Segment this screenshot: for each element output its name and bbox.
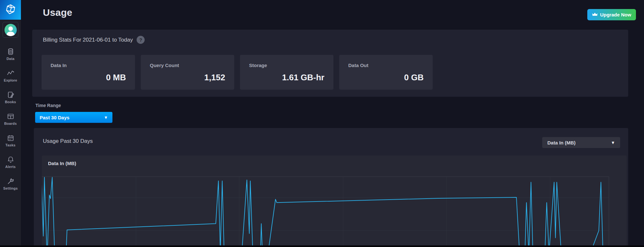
cube-logo-icon xyxy=(5,4,16,16)
wrench-icon xyxy=(7,178,14,185)
sidebar-item-label: Alerts xyxy=(5,165,15,169)
sidebar-item-label: Settings xyxy=(3,186,18,190)
stat-card-data-out: Data Out 0 GB xyxy=(339,55,433,90)
sidebar-item-data[interactable]: Data xyxy=(0,44,21,65)
chevron-down-icon: ▼ xyxy=(611,140,615,145)
billing-title-row: Billing Stats For 2021-06-01 to Today ? xyxy=(43,36,145,44)
stat-value: 0 GB xyxy=(404,73,424,83)
help-icon[interactable]: ? xyxy=(137,36,145,44)
database-icon xyxy=(7,48,14,55)
upgrade-now-label: Upgrade Now xyxy=(600,12,631,17)
calendar-icon xyxy=(7,134,14,142)
sidebar: Data Explore Books xyxy=(0,0,21,247)
stat-label: Data In xyxy=(51,63,67,68)
usage-panel: Usage Past 30 Days Data In (MB) ▼ Data I… xyxy=(34,128,628,247)
metric-dropdown-selected: Data In (MB) xyxy=(547,140,576,145)
sidebar-item-tasks[interactable]: Tasks xyxy=(0,130,21,152)
avatar[interactable] xyxy=(3,22,18,38)
sidebar-item-label: Boards xyxy=(4,122,17,125)
sidebar-nav: Data Explore Books xyxy=(0,44,21,195)
influxdb-logo[interactable] xyxy=(0,0,21,20)
sidebar-item-label: Books xyxy=(5,100,16,104)
sidebar-item-alerts[interactable]: Alerts xyxy=(0,152,21,173)
stat-label: Query Count xyxy=(150,63,179,68)
billing-cards-row: Data In 0 MB Query Count 1,152 Storage 1… xyxy=(42,55,433,90)
metric-dropdown[interactable]: Data In (MB) ▼ xyxy=(542,137,620,148)
sidebar-item-books[interactable]: Books xyxy=(0,87,21,108)
sidebar-item-label: Explore xyxy=(4,78,17,82)
crown-icon xyxy=(592,12,598,17)
chart-card: Data In (MB) 12 xyxy=(42,155,627,247)
sidebar-item-boards[interactable]: Boards xyxy=(0,108,21,130)
upgrade-now-button[interactable]: Upgrade Now xyxy=(587,9,636,20)
sidebar-item-settings[interactable]: Settings xyxy=(0,173,21,195)
stat-card-storage: Storage 1.61 GB-hr xyxy=(240,55,333,90)
time-range-label: Time Range xyxy=(35,103,61,108)
stat-value: 1,152 xyxy=(204,73,225,83)
stat-value: 0 MB xyxy=(106,73,126,83)
user-avatar-icon xyxy=(5,24,17,36)
sidebar-item-label: Data xyxy=(6,57,14,61)
stat-card-query-count: Query Count 1,152 xyxy=(141,55,234,90)
sidebar-item-label: Tasks xyxy=(5,143,15,147)
usage-panel-title: Usage Past 30 Days xyxy=(43,138,93,144)
notebook-pencil-icon xyxy=(7,91,14,98)
stat-label: Data Out xyxy=(348,63,369,68)
stat-value: 1.61 GB-hr xyxy=(282,73,325,83)
stat-label: Storage xyxy=(249,63,267,68)
time-range-dropdown[interactable]: Past 30 Days ▼ xyxy=(35,112,112,123)
usage-line-chart[interactable]: 12 xyxy=(42,155,627,247)
window-bottom-edge xyxy=(0,245,644,247)
sidebar-item-explore[interactable]: Explore xyxy=(0,65,21,87)
bell-icon xyxy=(7,156,14,163)
stat-card-data-in: Data In 0 MB xyxy=(42,55,135,90)
graph-line-icon xyxy=(7,70,14,77)
time-range-selected: Past 30 Days xyxy=(40,115,70,120)
dashboard-grid-icon xyxy=(7,113,14,120)
page-title: Usage xyxy=(43,7,72,18)
billing-panel: Billing Stats For 2021-06-01 to Today ? … xyxy=(32,30,628,97)
billing-title: Billing Stats For 2021-06-01 to Today xyxy=(43,37,133,43)
main-content: Usage Upgrade Now Billing Stats For 2021… xyxy=(21,0,644,247)
chevron-down-icon: ▼ xyxy=(104,115,108,120)
